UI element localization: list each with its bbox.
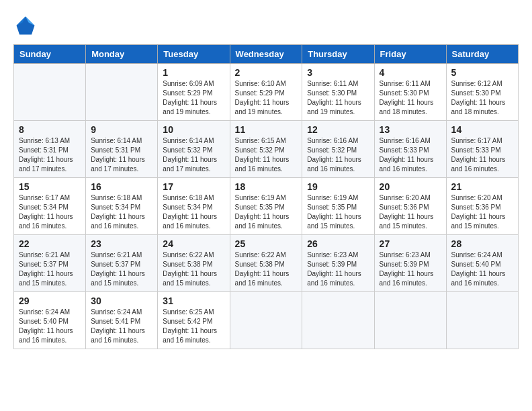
empty-cell (14, 64, 86, 121)
day-number: 15 (19, 181, 81, 192)
day-info: Sunrise: 6:20 AMSunset: 5:36 PMDaylight:… (451, 194, 506, 230)
day-number: 31 (163, 295, 224, 306)
weekday-header-wednesday: Wednesday (230, 45, 302, 64)
day-number: 3 (307, 67, 369, 78)
calendar-day-27: 27 Sunrise: 6:23 AMSunset: 5:39 PMDaylig… (374, 235, 446, 292)
calendar-day-10: 10 Sunrise: 6:14 AMSunset: 5:32 PMDaylig… (158, 121, 230, 178)
day-info: Sunrise: 6:24 AMSunset: 5:40 PMDaylight:… (19, 308, 73, 344)
day-info: Sunrise: 6:22 AMSunset: 5:38 PMDaylight:… (235, 251, 290, 287)
page-header (13, 13, 519, 38)
day-number: 20 (380, 181, 441, 192)
calendar-day-8: 8 Sunrise: 6:13 AMSunset: 5:31 PMDayligh… (14, 121, 86, 178)
logo (13, 13, 42, 38)
day-number: 17 (163, 181, 224, 192)
empty-cell (230, 292, 302, 349)
empty-cell (302, 292, 374, 349)
calendar-day-3: 3 Sunrise: 6:11 AMSunset: 5:30 PMDayligh… (302, 64, 374, 121)
day-number: 26 (307, 238, 369, 249)
weekday-header-saturday: Saturday (446, 45, 518, 64)
calendar-day-28: 28 Sunrise: 6:24 AMSunset: 5:40 PMDaylig… (446, 235, 518, 292)
day-number: 19 (307, 181, 369, 192)
day-info: Sunrise: 6:21 AMSunset: 5:37 PMDaylight:… (19, 251, 73, 287)
weekday-header-monday: Monday (86, 45, 158, 64)
calendar-day-18: 18 Sunrise: 6:19 AMSunset: 5:35 PMDaylig… (230, 178, 302, 235)
calendar-day-14: 14 Sunrise: 6:17 AMSunset: 5:33 PMDaylig… (446, 121, 518, 178)
day-info: Sunrise: 6:12 AMSunset: 5:30 PMDaylight:… (451, 80, 506, 116)
calendar-day-12: 12 Sunrise: 6:16 AMSunset: 5:32 PMDaylig… (302, 121, 374, 178)
calendar-day-24: 24 Sunrise: 6:22 AMSunset: 5:38 PMDaylig… (158, 235, 230, 292)
weekday-header-thursday: Thursday (302, 45, 374, 64)
day-info: Sunrise: 6:23 AMSunset: 5:39 PMDaylight:… (380, 251, 434, 287)
day-info: Sunrise: 6:11 AMSunset: 5:30 PMDaylight:… (307, 80, 361, 116)
day-number: 18 (235, 181, 298, 192)
weekday-header-friday: Friday (374, 45, 446, 64)
logo-icon (13, 13, 38, 38)
day-info: Sunrise: 6:24 AMSunset: 5:40 PMDaylight:… (451, 251, 506, 287)
calendar-day-11: 11 Sunrise: 6:15 AMSunset: 5:32 PMDaylig… (230, 121, 302, 178)
day-info: Sunrise: 6:24 AMSunset: 5:41 PMDaylight:… (91, 308, 145, 344)
day-number: 24 (163, 238, 224, 249)
calendar-day-25: 25 Sunrise: 6:22 AMSunset: 5:38 PMDaylig… (230, 235, 302, 292)
calendar-day-4: 4 Sunrise: 6:11 AMSunset: 5:30 PMDayligh… (374, 64, 446, 121)
day-info: Sunrise: 6:22 AMSunset: 5:38 PMDaylight:… (163, 251, 217, 287)
day-info: Sunrise: 6:20 AMSunset: 5:36 PMDaylight:… (380, 194, 434, 230)
day-number: 25 (235, 238, 298, 249)
empty-cell (446, 292, 518, 349)
calendar-day-19: 19 Sunrise: 6:19 AMSunset: 5:35 PMDaylig… (302, 178, 374, 235)
day-number: 23 (91, 238, 152, 249)
day-number: 28 (451, 238, 513, 249)
empty-cell (86, 64, 158, 121)
day-info: Sunrise: 6:18 AMSunset: 5:34 PMDaylight:… (163, 194, 217, 230)
day-info: Sunrise: 6:13 AMSunset: 5:31 PMDaylight:… (19, 137, 73, 173)
day-number: 22 (19, 238, 81, 249)
day-info: Sunrise: 6:25 AMSunset: 5:42 PMDaylight:… (163, 308, 217, 344)
calendar-table: SundayMondayTuesdayWednesdayThursdayFrid… (13, 44, 519, 349)
day-number: 11 (235, 124, 298, 135)
calendar-day-13: 13 Sunrise: 6:16 AMSunset: 5:33 PMDaylig… (374, 121, 446, 178)
day-info: Sunrise: 6:21 AMSunset: 5:37 PMDaylight:… (91, 251, 145, 287)
day-info: Sunrise: 6:15 AMSunset: 5:32 PMDaylight:… (235, 137, 290, 173)
day-info: Sunrise: 6:09 AMSunset: 5:29 PMDaylight:… (163, 80, 217, 116)
day-info: Sunrise: 6:17 AMSunset: 5:34 PMDaylight:… (19, 194, 73, 230)
calendar-day-20: 20 Sunrise: 6:20 AMSunset: 5:36 PMDaylig… (374, 178, 446, 235)
weekday-header-tuesday: Tuesday (158, 45, 230, 64)
day-number: 9 (91, 124, 152, 135)
day-info: Sunrise: 6:19 AMSunset: 5:35 PMDaylight:… (307, 194, 361, 230)
day-number: 13 (380, 124, 441, 135)
day-info: Sunrise: 6:10 AMSunset: 5:29 PMDaylight:… (235, 80, 290, 116)
empty-cell (374, 292, 446, 349)
day-info: Sunrise: 6:17 AMSunset: 5:33 PMDaylight:… (451, 137, 506, 173)
day-info: Sunrise: 6:11 AMSunset: 5:30 PMDaylight:… (380, 80, 434, 116)
calendar-day-26: 26 Sunrise: 6:23 AMSunset: 5:39 PMDaylig… (302, 235, 374, 292)
day-number: 12 (307, 124, 369, 135)
day-number: 1 (163, 67, 224, 78)
calendar-day-9: 9 Sunrise: 6:14 AMSunset: 5:31 PMDayligh… (86, 121, 158, 178)
day-info: Sunrise: 6:23 AMSunset: 5:39 PMDaylight:… (307, 251, 361, 287)
calendar-day-23: 23 Sunrise: 6:21 AMSunset: 5:37 PMDaylig… (86, 235, 158, 292)
day-number: 27 (380, 238, 441, 249)
day-info: Sunrise: 6:14 AMSunset: 5:32 PMDaylight:… (163, 137, 217, 173)
day-number: 16 (91, 181, 152, 192)
calendar-day-16: 16 Sunrise: 6:18 AMSunset: 5:34 PMDaylig… (86, 178, 158, 235)
calendar-day-21: 21 Sunrise: 6:20 AMSunset: 5:36 PMDaylig… (446, 178, 518, 235)
day-number: 4 (380, 67, 441, 78)
svg-marker-0 (17, 17, 35, 35)
day-number: 29 (19, 295, 81, 306)
day-number: 2 (235, 67, 298, 78)
calendar-day-15: 15 Sunrise: 6:17 AMSunset: 5:34 PMDaylig… (14, 178, 86, 235)
calendar-day-2: 2 Sunrise: 6:10 AMSunset: 5:29 PMDayligh… (230, 64, 302, 121)
weekday-header-sunday: Sunday (14, 45, 86, 64)
day-number: 21 (451, 181, 513, 192)
calendar-day-30: 30 Sunrise: 6:24 AMSunset: 5:41 PMDaylig… (86, 292, 158, 349)
day-number: 5 (451, 67, 513, 78)
calendar-day-22: 22 Sunrise: 6:21 AMSunset: 5:37 PMDaylig… (14, 235, 86, 292)
calendar-day-1: 1 Sunrise: 6:09 AMSunset: 5:29 PMDayligh… (158, 64, 230, 121)
day-number: 10 (163, 124, 224, 135)
day-info: Sunrise: 6:19 AMSunset: 5:35 PMDaylight:… (235, 194, 290, 230)
calendar-day-17: 17 Sunrise: 6:18 AMSunset: 5:34 PMDaylig… (158, 178, 230, 235)
day-info: Sunrise: 6:16 AMSunset: 5:32 PMDaylight:… (307, 137, 361, 173)
day-number: 8 (19, 124, 81, 135)
day-number: 14 (451, 124, 513, 135)
day-info: Sunrise: 6:16 AMSunset: 5:33 PMDaylight:… (380, 137, 434, 173)
day-info: Sunrise: 6:14 AMSunset: 5:31 PMDaylight:… (91, 137, 145, 173)
